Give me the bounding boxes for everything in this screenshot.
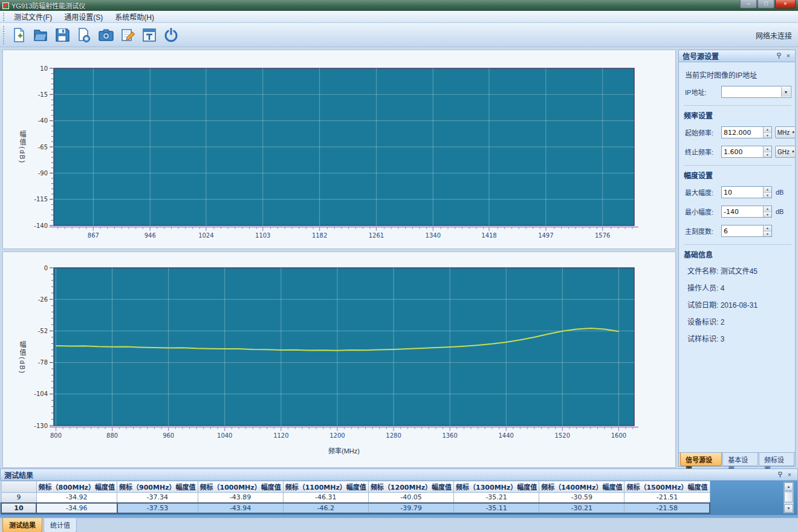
scroll-up-icon[interactable]: ▲: [784, 482, 793, 491]
table-cell[interactable]: -46.2: [283, 503, 368, 513]
scroll-down-icon[interactable]: ▼: [784, 504, 793, 513]
column-header[interactable]: 频标（1400MHz）幅度值: [539, 481, 624, 493]
report-button[interactable]: [138, 25, 160, 45]
table-cell[interactable]: -37.53: [117, 503, 198, 513]
svg-text:-26: -26: [38, 296, 48, 303]
column-header[interactable]: 频标（1500MHz）幅度值: [624, 481, 710, 493]
svg-text:960: 960: [163, 432, 174, 439]
tab-statistics[interactable]: 统计值: [44, 518, 77, 532]
table-cell[interactable]: -30.21: [539, 503, 624, 513]
table-cell[interactable]: -39.79: [368, 503, 453, 513]
menu-general-settings[interactable]: 通用设置(S): [58, 10, 109, 23]
tab-signal-source-settings[interactable]: 信号源设置: [680, 453, 722, 466]
screenshot-button[interactable]: [95, 25, 117, 45]
svg-text:1360: 1360: [442, 432, 457, 439]
chart-canvas[interactable]: 8008809601040112012001280136014401520160…: [3, 252, 675, 467]
table-cell[interactable]: -34.96: [36, 503, 117, 513]
max-amplitude-label: 最大幅度:: [685, 187, 721, 197]
signal-source-panel: 信号源设置 × 当前实时图像的IP地址 IP地址: ▼ 频率设置 起始频率: ▲…: [678, 50, 796, 467]
app-icon: [2, 2, 9, 9]
tab-test-results[interactable]: 测试结果: [2, 518, 42, 532]
close-button[interactable]: ×: [775, 0, 796, 8]
export-file-button[interactable]: [73, 25, 95, 45]
min-amplitude-input[interactable]: [722, 206, 763, 217]
pin-icon[interactable]: [776, 471, 784, 479]
maximize-button[interactable]: □: [757, 0, 774, 8]
stop-frequency-field[interactable]: ▲▼: [721, 146, 772, 158]
major-ticks-field[interactable]: ▲▼: [721, 225, 772, 237]
table-cell[interactable]: -40.05: [368, 493, 453, 503]
stop-frequency-input[interactable]: [722, 146, 763, 157]
major-ticks-label: 主刻度数:: [685, 226, 721, 236]
menu-system-help[interactable]: 系统帮助(H): [109, 10, 160, 23]
svg-text:1182: 1182: [312, 232, 327, 239]
start-frequency-stepper[interactable]: ▲▼: [763, 127, 771, 138]
ip-label: IP地址:: [685, 87, 721, 97]
row-number-cell[interactable]: 9: [1, 493, 36, 503]
stop-frequency-stepper[interactable]: ▲▼: [763, 146, 771, 157]
table-cell[interactable]: -34.92: [36, 493, 117, 503]
column-header[interactable]: 频标（1000MHz）幅度值: [198, 481, 283, 493]
save-file-button[interactable]: [51, 25, 73, 45]
table-cell[interactable]: -35.11: [454, 503, 539, 513]
tab-basic-settings[interactable]: 基本设置: [722, 453, 758, 466]
table-cell[interactable]: -21.58: [624, 503, 710, 513]
power-button[interactable]: [160, 25, 182, 45]
max-amplitude-input[interactable]: [722, 187, 763, 198]
window-titlebar: YG913防辐射性能测试仪 – □ ×: [0, 0, 798, 11]
svg-text:1261: 1261: [369, 232, 384, 239]
chevron-down-icon: ▼: [791, 150, 795, 154]
table-cell[interactable]: -43.89: [198, 493, 283, 503]
panel-close-icon[interactable]: ×: [785, 471, 794, 479]
table-cell[interactable]: -30.59: [539, 493, 624, 503]
svg-text:-140: -140: [34, 222, 48, 229]
start-frequency-unit-dropdown[interactable]: MHz▼: [775, 126, 795, 138]
column-header[interactable]: 频标（1300MHz）幅度值: [454, 481, 539, 493]
tab-marker-settings[interactable]: 频标设置: [759, 453, 794, 466]
max-amplitude-stepper[interactable]: ▲▼: [763, 187, 771, 198]
min-amplitude-unit: dB: [776, 208, 783, 215]
edit-icon: [120, 27, 136, 43]
toolbar-gripper[interactable]: [2, 25, 5, 44]
new-file-button[interactable]: [8, 25, 30, 45]
column-header[interactable]: 频标（1100MHz）幅度值: [283, 481, 368, 493]
column-header[interactable]: 频标（1200MHz）幅度值: [368, 481, 453, 493]
column-header[interactable]: 频标（800MHz）幅度值: [36, 481, 117, 493]
power-icon: [163, 27, 179, 43]
table-cell[interactable]: -43.94: [198, 503, 283, 513]
menu-test-file[interactable]: 测试文件(F): [8, 10, 58, 23]
major-ticks-input[interactable]: [722, 225, 763, 236]
ip-section-label: 当前实时图像的IP地址: [685, 70, 791, 80]
minimize-button[interactable]: –: [740, 0, 757, 8]
min-amplitude-field[interactable]: ▲▼: [721, 206, 772, 218]
spectrum-chart-panel[interactable]: 幅值(dB) 867946102411031182126113401418149…: [2, 50, 676, 249]
start-frequency-field[interactable]: ▲▼: [721, 126, 772, 138]
table-row: 10-34.96-37.53-43.94-46.2-39.79-35.11-30…: [1, 503, 710, 513]
min-amplitude-stepper[interactable]: ▲▼: [763, 206, 771, 217]
table-cell[interactable]: -46.31: [283, 493, 368, 503]
chevron-down-icon[interactable]: ▼: [781, 87, 790, 97]
panel-close-icon[interactable]: ×: [784, 52, 793, 60]
start-frequency-input[interactable]: [722, 127, 763, 138]
results-scrollbar[interactable]: ▲ ▼: [783, 482, 794, 513]
svg-text:-52: -52: [38, 328, 48, 334]
column-header[interactable]: 频标（900MHz）幅度值: [117, 481, 198, 493]
ip-address-combobox[interactable]: ▼: [721, 86, 791, 98]
chart-canvas[interactable]: 8679461024110311821261134014181497157610…: [3, 50, 675, 248]
stop-frequency-unit-dropdown[interactable]: GHz▼: [775, 146, 795, 158]
edit-record-button[interactable]: [117, 25, 138, 45]
major-ticks-stepper[interactable]: ▲▼: [763, 225, 771, 236]
results-table[interactable]: 频标（800MHz）幅度值频标（900MHz）幅度值频标（1000MHz）幅度值…: [1, 481, 710, 514]
max-amplitude-field[interactable]: ▲▼: [721, 186, 772, 198]
trace-chart-panel[interactable]: 幅值(dB) 频率(MHz) 8008809601040112012001280…: [2, 251, 676, 468]
svg-text:-15: -15: [38, 91, 48, 98]
row-number-cell[interactable]: 10: [1, 503, 36, 513]
table-cell[interactable]: -21.51: [624, 493, 710, 503]
menu-gripper[interactable]: [2, 12, 5, 21]
pin-icon[interactable]: [774, 52, 783, 60]
open-folder-icon: [33, 27, 48, 43]
table-cell[interactable]: -35.21: [454, 493, 539, 503]
open-file-button[interactable]: [30, 25, 51, 45]
scrollbar-thumb[interactable]: [784, 491, 793, 502]
table-cell[interactable]: -37.34: [117, 493, 198, 503]
